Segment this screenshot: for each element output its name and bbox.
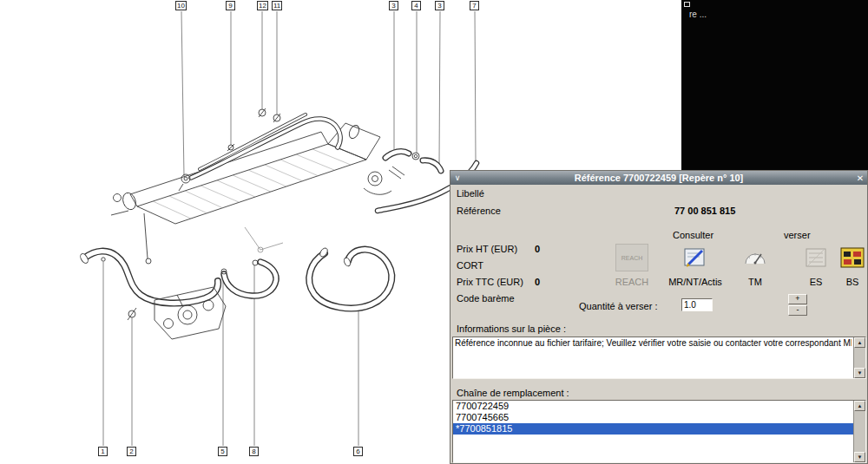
chain-label: Chaîne de remplacement :	[457, 388, 569, 398]
terminal-icon	[684, 2, 690, 7]
replacement-item[interactable]: 7700745665	[453, 412, 853, 423]
scroll-up-icon[interactable]: ▲	[854, 401, 865, 411]
callout-top: 3	[435, 1, 444, 10]
document-pencil-icon	[682, 245, 708, 271]
mr-nt-actis-button[interactable]	[682, 245, 708, 274]
close-icon[interactable]: ✕	[853, 173, 867, 183]
informations-text: Référence inconnue au fichier tarifaire;…	[455, 338, 852, 348]
prix-ttc-value: 0	[535, 277, 540, 287]
callout-top: 9	[226, 1, 235, 10]
callout-top: 4	[411, 1, 421, 10]
callout-bottom: 2	[127, 447, 136, 456]
scroll-up-icon[interactable]: ▲	[854, 337, 865, 348]
cort-label: CORT	[457, 260, 483, 271]
replacement-item[interactable]: 7700722459	[453, 401, 853, 412]
libelle-label: Libellé	[457, 188, 484, 199]
callout-top: 12	[257, 1, 268, 10]
mr-nt-actis-button-label: MR/NT/Actis	[668, 277, 722, 287]
es-grayed-icon	[803, 245, 829, 271]
verser-label: verser	[784, 230, 811, 240]
callout-bottom: 8	[249, 447, 259, 456]
bs-colored-icon	[839, 245, 865, 271]
replacement-chain-items: 7700722459 7700745665 *7700851815	[453, 401, 853, 435]
core-fins	[153, 149, 351, 219]
callout-bottom: 5	[218, 447, 227, 456]
bs-button-label: BS	[846, 277, 859, 287]
callout-top: 11	[272, 1, 282, 10]
screen: 10 9 12 11 3 4 3 7 1 2 5 8 6 re ... ∨ Ré…	[0, 0, 868, 464]
reach-button[interactable]: REACH	[615, 244, 648, 271]
terminal-text: re ...	[689, 10, 707, 19]
terminal-window[interactable]: re ...	[681, 0, 868, 170]
prix-ht-label: Prix HT (EUR)	[457, 244, 517, 254]
leader-lines	[103, 11, 476, 446]
prix-ht-value: 0	[535, 244, 540, 254]
reference-dialog: ∨ Référence 7700722459 [Repère n° 10] ✕ …	[450, 170, 868, 464]
quantity-label: Quantité à verser :	[579, 301, 658, 311]
quantity-input[interactable]	[681, 298, 713, 311]
callout-top: 10	[175, 1, 187, 10]
code-bareme-label: Code barème	[457, 293, 515, 304]
reference-label: Référence	[457, 206, 501, 216]
callout-bottom: 1	[98, 447, 108, 456]
replacement-item-selected[interactable]: *7700851815	[453, 423, 853, 435]
callout-top: 7	[470, 1, 479, 10]
tm-button-label: TM	[748, 277, 762, 287]
dialog-title: Référence 7700722459 [Repère n° 10]	[464, 173, 853, 183]
dialog-titlebar[interactable]: ∨ Référence 7700722459 [Repère n° 10] ✕	[450, 171, 867, 185]
gauge-icon	[742, 245, 768, 271]
informations-label: Informations sur la pièce :	[457, 323, 566, 334]
replacement-chain-list: 7700722459 7700745665 *7700851815 ▲ ▼	[452, 400, 866, 463]
scroll-down-icon[interactable]: ▼	[854, 368, 865, 378]
informations-box: Référence inconnue au fichier tarifaire;…	[452, 337, 866, 379]
callout-top: 3	[389, 1, 398, 10]
es-button-label: ES	[810, 277, 823, 287]
window-menu-icon[interactable]: ∨	[450, 173, 464, 182]
callout-bottom: 6	[353, 447, 363, 456]
quantity-minus-button[interactable]: -	[788, 305, 807, 316]
quantity-plus-button[interactable]: +	[788, 294, 807, 304]
bs-button[interactable]	[839, 245, 865, 274]
reach-button-label: REACH	[615, 277, 649, 287]
tm-button[interactable]	[742, 245, 768, 274]
replacement-chain-scrollbar[interactable]: ▲ ▼	[853, 401, 865, 462]
hoses	[85, 114, 477, 308]
prix-ttc-label: Prix TTC (EUR)	[457, 277, 523, 287]
parts-diagram	[0, 0, 486, 464]
informations-scrollbar[interactable]: ▲ ▼	[853, 337, 865, 378]
scroll-down-icon[interactable]: ▼	[854, 452, 865, 462]
reach-icon: REACH	[615, 244, 648, 271]
reference-value: 77 00 851 815	[674, 206, 735, 216]
consulter-label: Consulter	[673, 230, 713, 240]
es-button[interactable]	[803, 245, 829, 274]
